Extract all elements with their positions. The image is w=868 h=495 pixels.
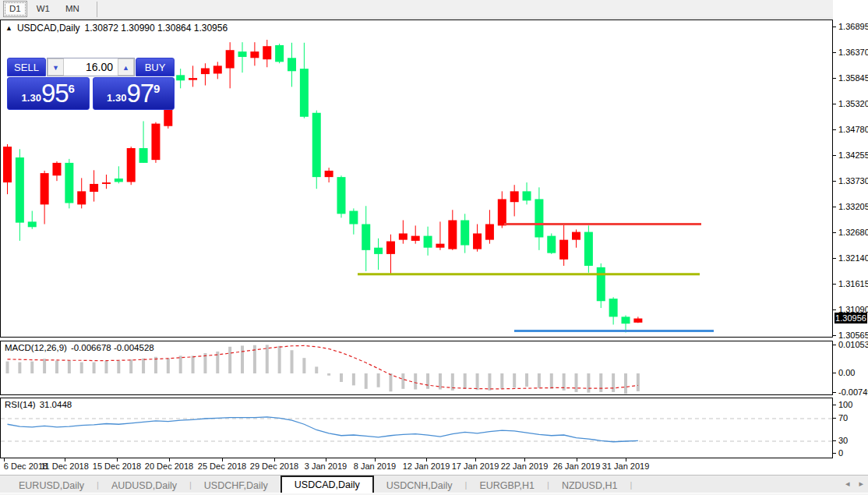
macd-histogram-bar — [624, 373, 627, 394]
macd-histogram-bar — [6, 362, 9, 373]
time-axis-label: 12 Jan 2019 — [403, 461, 450, 471]
rsi-axis-label: 100 — [838, 400, 852, 409]
axis-tick — [833, 232, 836, 233]
axis-tick — [833, 405, 836, 405]
time-axis[interactable]: 6 Dec 201811 Dec 201815 Dec 201820 Dec 2… — [0, 458, 833, 475]
macd-histogram-bar — [241, 345, 244, 373]
collapse-toggle-icon[interactable]: ▲ — [5, 24, 12, 32]
buy-price-pipette: 9 — [153, 82, 160, 95]
candle-body — [288, 58, 296, 71]
candle-body — [337, 177, 345, 214]
rsi-canvas — [1, 398, 832, 458]
rsi-axis-label: 0 — [838, 448, 843, 458]
macd-histogram-bar — [550, 373, 553, 389]
rsi-indicator-pane[interactable]: RSI(14) 31.0448 — [0, 398, 833, 458]
candle-body — [52, 163, 61, 175]
tab-usdcnh[interactable]: USDCNH,Daily — [374, 478, 465, 493]
candle-body — [201, 69, 210, 75]
rsi-axis-label: 70 — [838, 413, 848, 423]
candle-body — [250, 51, 259, 58]
price-chart-pane[interactable]: ▲ USDCAD,Daily 1.30872 1.30990 1.30864 1… — [0, 19, 833, 338]
sell-price-big: 95 — [41, 80, 69, 108]
timeframe-button-mn[interactable]: MN — [59, 1, 86, 17]
price-axis-label: 1.30565 — [838, 331, 868, 340]
value-axis-column[interactable]: 1.30956 1.368951.363701.358451.353201.34… — [833, 0, 868, 495]
price-axis-label: 1.33730 — [838, 176, 868, 186]
axis-tick — [833, 258, 836, 259]
axis-tick — [833, 284, 836, 285]
chart-symbol-label: USDCAD,Daily — [17, 23, 80, 34]
axis-tick — [833, 373, 836, 373]
time-axis-label: 17 Jan 2019 — [452, 461, 499, 471]
tab-eurusd[interactable]: EURUSD,Daily — [6, 478, 97, 493]
rsi-name: RSI(14) — [5, 400, 36, 409]
tab-scroll-right-icon[interactable]: ▸ — [859, 479, 863, 489]
candle-body — [16, 157, 24, 223]
macd-histogram-bar — [377, 373, 380, 387]
buy-button[interactable]: BUY — [136, 58, 175, 76]
macd-histogram-bar — [228, 347, 231, 373]
macd-histogram-bar — [612, 373, 615, 392]
tab-separator: | — [630, 480, 632, 490]
candle-body — [325, 171, 333, 177]
axis-tick — [833, 181, 836, 182]
macd-indicator-pane[interactable]: MACD(12,26,9) -0.006678 -0.004528 — [0, 341, 833, 395]
candle-body — [572, 232, 580, 240]
volume-increase-icon[interactable]: ▲ — [118, 58, 134, 76]
axis-tick — [833, 129, 836, 130]
macd-histogram-bar — [167, 359, 170, 373]
buy-quote-box[interactable]: 1.30 97 9 — [93, 77, 175, 110]
candle-body — [609, 299, 618, 316]
price-axis-label: 1.31090 — [838, 305, 868, 314]
price-axis-label: 1.36370 — [838, 48, 868, 57]
candle-body — [633, 319, 642, 323]
candle-body — [226, 50, 235, 68]
tab-audusd[interactable]: AUDUSD,Daily — [99, 478, 189, 493]
macd-axis-label: 0.010535 — [838, 340, 868, 349]
rsi-value: 31.0448 — [40, 400, 72, 409]
tab-usdcad[interactable]: USDCAD,Daily — [281, 476, 374, 493]
axis-tick — [833, 345, 836, 345]
volume-input[interactable] — [64, 58, 118, 76]
tab-scroll-left-icon[interactable]: ◂ — [845, 479, 850, 489]
price-axis-label: 1.34255 — [838, 150, 868, 160]
buy-price-big: 97 — [126, 80, 153, 108]
volume-decrease-icon[interactable]: ▼ — [48, 58, 64, 76]
time-axis-label: 29 Dec 2018 — [250, 461, 298, 471]
candle-body — [213, 65, 222, 73]
candle-body — [622, 316, 630, 324]
candle-body — [473, 233, 482, 249]
tab-usdchf[interactable]: USDCHF,Daily — [192, 478, 281, 493]
time-axis-label: 15 Dec 2018 — [93, 461, 141, 471]
macd-histogram-bar — [93, 362, 96, 373]
candle-body — [65, 163, 73, 203]
macd-histogram-bar — [43, 359, 46, 373]
candle-body — [275, 45, 284, 62]
axis-tick — [833, 335, 836, 336]
macd-axis-label: 0.00 — [838, 368, 855, 377]
rsi-line — [8, 417, 638, 442]
sell-button[interactable]: SELL — [7, 58, 46, 76]
macd-histogram-bar — [278, 346, 281, 373]
macd-histogram-bar — [575, 373, 578, 392]
timeframe-button-d1[interactable]: D1 — [3, 1, 27, 17]
macd-histogram-bar — [587, 373, 590, 393]
chart-title: ▲ USDCAD,Daily 1.30872 1.30990 1.30864 1… — [5, 23, 228, 34]
macd-histogram-bar — [488, 373, 491, 391]
candle-body — [176, 75, 185, 80]
sell-quote-box[interactable]: 1.30 95 6 — [7, 77, 90, 110]
timeframe-button-w1[interactable]: W1 — [30, 1, 56, 17]
tab-nzdusd[interactable]: NZDUSD,H1 — [549, 478, 630, 493]
axis-tick — [833, 418, 836, 419]
price-axis-label: 1.33205 — [838, 202, 868, 211]
macd-histogram-bar — [266, 345, 269, 373]
tab-eurgbp[interactable]: EURGBP,H1 — [467, 478, 547, 493]
candle-body — [448, 220, 457, 249]
candle-body — [485, 225, 494, 240]
time-axis-label: 11 Dec 2018 — [41, 461, 89, 471]
macd-histogram-bar — [80, 362, 83, 373]
time-axis-label: 26 Jan 2019 — [553, 461, 601, 471]
candle-body — [547, 236, 556, 253]
price-axis-label: 1.34780 — [838, 125, 868, 134]
axis-tick — [833, 78, 836, 79]
